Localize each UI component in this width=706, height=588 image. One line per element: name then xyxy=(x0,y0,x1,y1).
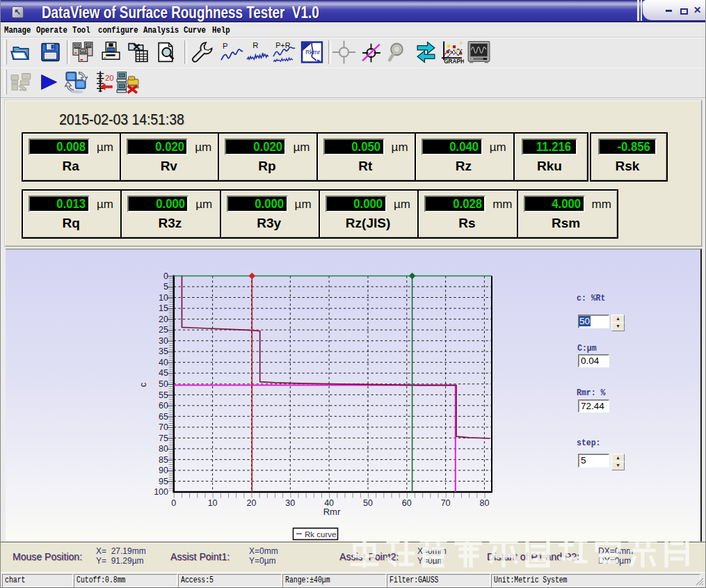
svg-text:0: 0 xyxy=(163,271,168,281)
svg-text:20: 20 xyxy=(159,315,168,324)
svg-text:20: 20 xyxy=(105,74,114,82)
svg-text:25: 25 xyxy=(159,325,168,335)
svg-text:Rmr: Rmr xyxy=(323,507,341,517)
svg-text:10: 10 xyxy=(159,293,168,303)
svg-text:55: 55 xyxy=(159,390,168,400)
svg-text:40: 40 xyxy=(159,358,168,367)
svg-text:60: 60 xyxy=(159,401,168,411)
svg-text:70: 70 xyxy=(441,498,451,508)
svg-text:R: R xyxy=(252,41,258,49)
svg-text:20: 20 xyxy=(247,498,257,508)
svg-text:90: 90 xyxy=(159,466,168,475)
svg-text:10: 10 xyxy=(208,498,218,508)
svg-text:100: 100 xyxy=(154,487,168,497)
svg-text:45: 45 xyxy=(159,368,168,378)
svg-text:70: 70 xyxy=(159,422,168,432)
svg-text:Rk curve: Rk curve xyxy=(305,530,336,539)
svg-text:30: 30 xyxy=(159,336,168,346)
svg-text:65: 65 xyxy=(159,412,168,422)
svg-text:GRAPH: GRAPH xyxy=(444,58,464,64)
svg-text:80: 80 xyxy=(479,498,489,508)
svg-text:50: 50 xyxy=(363,498,373,508)
svg-text:5: 5 xyxy=(163,282,168,292)
svg-text:Rkmr: Rkmr xyxy=(305,49,320,56)
svg-text:35: 35 xyxy=(159,347,168,356)
svg-text:75: 75 xyxy=(159,434,168,443)
svg-text:30: 30 xyxy=(285,498,295,508)
svg-text:P: P xyxy=(223,42,228,50)
svg-text:c: c xyxy=(138,382,148,387)
svg-text:0: 0 xyxy=(171,498,176,508)
svg-text:85: 85 xyxy=(159,455,168,465)
svg-text:P+R: P+R xyxy=(275,41,291,49)
svg-text:50: 50 xyxy=(159,379,168,389)
svg-text:60: 60 xyxy=(402,498,412,508)
svg-text:80: 80 xyxy=(159,444,168,454)
svg-text:15: 15 xyxy=(159,303,168,313)
svg-text:95: 95 xyxy=(159,477,168,486)
